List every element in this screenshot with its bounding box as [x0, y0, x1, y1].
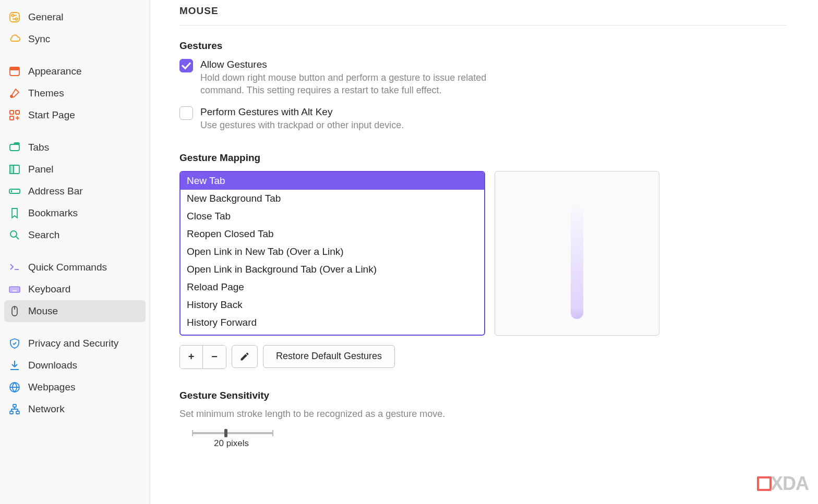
slider-thumb[interactable] — [224, 429, 227, 437]
sidebar-item-tabs[interactable]: Tabs — [4, 137, 146, 158]
sensitivity-heading: Gesture Sensitivity — [179, 390, 787, 401]
sidebar-item-bookmarks[interactable]: Bookmarks — [4, 202, 146, 224]
sidebar-label: Mouse — [28, 305, 58, 317]
sidebar-item-sync[interactable]: Sync — [4, 28, 146, 50]
sidebar-item-themes[interactable]: Themes — [4, 82, 146, 104]
sidebar-label: Privacy and Security — [28, 338, 118, 349]
sidebar-label: Bookmarks — [28, 207, 78, 219]
sidebar-label: Network — [28, 403, 65, 415]
sidebar-label: Search — [28, 229, 59, 241]
svg-point-13 — [10, 231, 17, 237]
cloud-icon — [8, 33, 21, 45]
sidebar-item-panel[interactable]: Panel — [4, 158, 146, 180]
sidebar-item-appearance[interactable]: Appearance — [4, 60, 146, 82]
sidebar-item-addressbar[interactable]: Address Bar — [4, 180, 146, 202]
gesture-mapping-section: Gesture Mapping New TabNew Background Ta… — [179, 152, 787, 369]
svg-rect-4 — [10, 67, 19, 70]
bookmark-icon — [8, 207, 21, 219]
watermark-box-icon — [757, 476, 772, 491]
gesture-list-item[interactable]: History Back — [181, 296, 484, 314]
shield-icon — [8, 337, 21, 350]
allow-gestures-desc: Hold down right mouse button and perform… — [200, 71, 498, 97]
restore-default-gestures-button[interactable]: Restore Default Gestures — [263, 345, 395, 368]
sidebar-item-quickcommands[interactable]: Quick Commands — [4, 256, 146, 278]
grid-plus-icon — [8, 109, 21, 121]
appearance-icon — [8, 65, 21, 78]
gestures-section: Gestures Allow Gestures Hold down right … — [179, 40, 787, 131]
altkey-gestures-desc: Use gestures with trackpad or other inpu… — [200, 119, 404, 131]
panel-icon — [8, 163, 21, 176]
tabs-icon — [8, 141, 21, 154]
remove-gesture-button[interactable]: − — [203, 346, 226, 368]
sidebar-item-webpages[interactable]: Webpages — [4, 376, 146, 398]
add-remove-button-group: + − — [179, 345, 226, 369]
xda-watermark: XDA — [757, 473, 809, 495]
svg-rect-7 — [16, 110, 19, 114]
gesture-list-item[interactable]: Reload Page — [181, 278, 484, 296]
gesture-list-item[interactable]: Open Link in Background Tab (Over a Link… — [181, 261, 484, 278]
gesture-list-item[interactable]: Close Tab — [181, 207, 484, 225]
altkey-gestures-label: Perform Gestures with Alt Key — [200, 106, 404, 118]
brush-icon — [8, 87, 21, 100]
network-icon — [8, 403, 21, 415]
gesture-mapping-list[interactable]: New TabNew Background TabClose TabReopen… — [179, 171, 485, 336]
svg-rect-0 — [10, 13, 19, 22]
svg-rect-6 — [10, 110, 14, 114]
sidebar-label: Webpages — [28, 382, 76, 393]
sidebar-label: Keyboard — [28, 284, 70, 295]
sidebar-item-general[interactable]: General — [4, 6, 146, 28]
gesture-list-item[interactable]: Reopen Closed Tab — [181, 225, 484, 243]
settings-sidebar: General Sync Appearance Themes Start Pag… — [0, 0, 150, 504]
sidebar-item-network[interactable]: Network — [4, 398, 146, 420]
sidebar-item-mouse[interactable]: Mouse — [4, 300, 146, 322]
sidebar-label: Start Page — [28, 109, 75, 121]
edit-gesture-button[interactable] — [232, 345, 258, 368]
svg-rect-19 — [16, 411, 19, 414]
sidebar-item-startpage[interactable]: Start Page — [4, 104, 146, 126]
sidebar-label: Panel — [28, 164, 54, 175]
sidebar-label: Appearance — [28, 66, 81, 77]
svg-rect-18 — [10, 411, 13, 414]
mapping-heading: Gesture Mapping — [179, 152, 787, 164]
gesture-list-item[interactable]: History Forward — [181, 314, 484, 331]
svg-rect-8 — [10, 116, 14, 120]
download-icon — [8, 359, 21, 372]
keyboard-icon — [8, 283, 21, 296]
svg-rect-9 — [10, 144, 19, 151]
sidebar-item-search[interactable]: Search — [4, 224, 146, 246]
address-bar-icon — [8, 185, 21, 198]
mouse-icon — [8, 305, 21, 317]
altkey-gestures-checkbox[interactable] — [179, 106, 193, 120]
sidebar-label: Themes — [28, 88, 64, 99]
svg-rect-11 — [10, 165, 14, 174]
gesture-list-item[interactable]: New Background Tab — [181, 190, 484, 207]
pencil-icon — [239, 351, 250, 362]
sidebar-item-keyboard[interactable]: Keyboard — [4, 278, 146, 300]
sidebar-label: Sync — [28, 33, 50, 45]
gesture-list-item[interactable]: New Tab — [181, 172, 484, 190]
sensitivity-desc: Set minimum stroke length to be recogniz… — [179, 409, 787, 420]
sidebar-label: Tabs — [28, 142, 49, 153]
gesture-list-item[interactable]: Open Link in New Tab (Over a Link) — [181, 243, 484, 261]
svg-rect-17 — [13, 404, 16, 407]
allow-gestures-checkbox[interactable] — [179, 59, 193, 72]
sensitivity-slider[interactable] — [192, 432, 273, 434]
svg-rect-14 — [9, 287, 20, 292]
sidebar-label: Downloads — [28, 360, 77, 371]
allow-gestures-label: Allow Gestures — [200, 59, 498, 70]
add-gesture-button[interactable]: + — [180, 346, 203, 368]
sidebar-label: Address Bar — [28, 186, 83, 197]
sidebar-label: General — [28, 11, 64, 23]
gesture-preview-shape — [571, 203, 583, 319]
gesture-sensitivity-section: Gesture Sensitivity Set minimum stroke l… — [179, 390, 787, 449]
sidebar-item-privacy[interactable]: Privacy and Security — [4, 333, 146, 354]
page-title: MOUSE — [179, 5, 787, 26]
gesture-preview-pane — [495, 171, 659, 336]
search-icon — [8, 229, 21, 241]
terminal-icon — [8, 261, 21, 274]
sidebar-item-downloads[interactable]: Downloads — [4, 354, 146, 376]
main-content: MOUSE Gestures Allow Gestures Hold down … — [150, 0, 818, 504]
globe-icon — [8, 381, 21, 394]
svg-point-5 — [10, 95, 13, 97]
general-icon — [8, 11, 21, 23]
